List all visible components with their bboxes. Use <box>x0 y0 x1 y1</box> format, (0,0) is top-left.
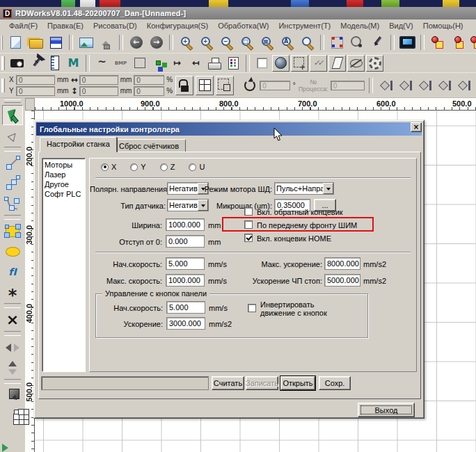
track-frame-icon[interactable] <box>348 33 367 51</box>
marquee-add-icon[interactable] <box>291 55 308 72</box>
point-tool-icon[interactable]: * <box>2 282 23 302</box>
mark-point-a-icon[interactable] <box>428 33 447 51</box>
size-width-icon[interactable] <box>418 78 434 93</box>
redo-forward-icon[interactable]: → <box>147 33 166 51</box>
height-field[interactable]: 0 <box>79 86 118 96</box>
node-edit-icon[interactable] <box>150 55 167 72</box>
category-list-item[interactable]: Моторы <box>45 160 85 170</box>
write-button[interactable]: Записать <box>246 376 278 390</box>
layer-list-icon[interactable] <box>225 55 242 72</box>
menu-item[interactable]: Файл(F) <box>4 20 42 31</box>
text-tool-icon[interactable]: fI <box>2 261 23 282</box>
menu-item[interactable]: Вид(V) <box>384 20 418 31</box>
dimension-h-icon[interactable]: ↦ <box>168 55 186 72</box>
menu-item[interactable]: Помощь(H) <box>418 20 468 31</box>
open-file-icon[interactable] <box>26 33 45 51</box>
scale-x-field[interactable]: 0 <box>134 75 164 85</box>
zoom-in-icon[interactable]: + <box>197 33 216 51</box>
output-printer-icon[interactable] <box>206 55 223 72</box>
save-icon[interactable] <box>47 33 65 51</box>
export-icon[interactable] <box>97 33 116 51</box>
polyline-tool-icon[interactable] <box>2 173 23 193</box>
pen-plus-icon[interactable] <box>27 55 45 72</box>
tab-reset-counters[interactable]: Сброс счётчиков <box>112 139 186 152</box>
offset-field[interactable]: 0.000 <box>166 235 205 248</box>
toolbar-grip-handle[interactable] <box>1 79 5 92</box>
dialog-titlebar[interactable]: Глобальные настройки контроллера <box>36 122 422 136</box>
preview-monitor-icon[interactable] <box>398 33 417 51</box>
knife-cut-icon[interactable] <box>328 55 346 72</box>
lock-ratio-button[interactable] <box>175 76 193 95</box>
new-file-icon[interactable] <box>6 33 25 51</box>
process-number-field[interactable]: 0 <box>331 81 365 90</box>
hide-preview-icon[interactable] <box>347 55 365 72</box>
zoom-out-icon[interactable]: − <box>217 33 236 51</box>
zoom-page-icon[interactable]: □ <box>237 33 256 51</box>
axis-radio-option[interactable]: X <box>101 163 116 171</box>
axis-radio-option[interactable]: Z <box>160 163 175 171</box>
dialog-close-button[interactable]: × <box>411 122 422 132</box>
skew-h-icon[interactable] <box>379 78 395 93</box>
machine-device-icon[interactable] <box>8 55 26 72</box>
curve-icon[interactable]: ~ <box>93 55 111 72</box>
ellipse-tool-icon[interactable] <box>2 241 23 261</box>
start-speed-field[interactable]: 5.000 <box>166 257 205 270</box>
axis-radio-option[interactable]: Y <box>130 163 145 171</box>
size-height-icon[interactable] <box>438 78 453 93</box>
blank-square-icon[interactable] <box>253 55 271 72</box>
ruler-icon[interactable] <box>46 55 63 72</box>
select-tool-icon[interactable] <box>2 105 23 125</box>
reverse-limit-checkbox[interactable] <box>244 207 253 216</box>
category-list-item[interactable]: Лазер <box>45 170 85 179</box>
tab-machine-settings[interactable]: Настройки станка <box>40 137 117 152</box>
paste-position-button[interactable] <box>216 76 234 95</box>
zoom-all-icon[interactable]: ▦ <box>257 33 276 51</box>
line-tool-icon[interactable] <box>2 153 23 173</box>
panel-accel-field[interactable]: 3000.000 <box>166 317 205 330</box>
y-position-field[interactable]: 0 <box>16 86 55 96</box>
material-library-icon[interactable]: M <box>65 55 82 72</box>
scale-y-field[interactable]: 0 <box>134 86 164 96</box>
mark-point-c-icon[interactable] <box>468 33 476 51</box>
open-button[interactable]: Открыть <box>280 376 315 390</box>
home-limit-checkbox[interactable] <box>244 234 253 242</box>
read-button[interactable]: Считать <box>212 376 244 390</box>
motor-mode-select[interactable]: Пульс+Направ <box>274 182 334 195</box>
select-frame-icon[interactable] <box>328 33 347 51</box>
rect-outline-icon[interactable] <box>131 55 148 72</box>
size-both-icon[interactable] <box>457 78 473 93</box>
verify-check-icon[interactable]: ✓✓ <box>310 55 327 72</box>
category-list-item[interactable]: Софт PLC <box>45 189 85 199</box>
bezier-tool-icon[interactable] <box>2 193 23 213</box>
width-field[interactable]: 0 <box>79 75 118 85</box>
x-position-field[interactable]: 0 <box>16 75 55 85</box>
menu-item[interactable]: Рисовать(D) <box>88 20 142 31</box>
dimension-v-icon[interactable]: ↤ <box>187 55 205 72</box>
menu-item[interactable]: Модель(M) <box>335 20 384 31</box>
menu-item[interactable]: Правка(E) <box>42 20 88 31</box>
zoom-view-icon[interactable] <box>298 33 317 51</box>
panel-start-speed-field[interactable]: 5.000 <box>166 301 205 314</box>
rotate-icon[interactable] <box>242 78 257 93</box>
node-edit-tool-icon[interactable]: ▷ <box>2 125 23 145</box>
pen-tool-icon[interactable] <box>368 33 387 51</box>
bmp-icon[interactable]: BMP <box>112 55 129 72</box>
menu-item[interactable]: Конфигурация(S) <box>142 20 213 31</box>
rect-tool-icon[interactable] <box>2 221 23 241</box>
mark-point-b-icon[interactable] <box>448 33 467 51</box>
mirror-h-tool-icon[interactable] <box>2 337 23 357</box>
undo-back-icon[interactable]: ← <box>127 33 145 51</box>
menu-item[interactable]: Обработка(W) <box>213 20 273 31</box>
max-speed-field[interactable]: 1000.000 <box>166 274 205 286</box>
zoom-select-icon[interactable]: A <box>278 33 296 51</box>
width-field[interactable]: 1000.000 <box>166 218 205 231</box>
grid-window-button[interactable] <box>196 76 214 95</box>
toolbar-grip-handle[interactable] <box>1 56 5 70</box>
category-list-item[interactable]: Другое <box>45 179 85 189</box>
menu-item[interactable]: Инструмент(T) <box>273 20 335 31</box>
mirror-v-tool-icon[interactable] <box>2 357 23 378</box>
toolbar-grip-handle[interactable] <box>4 99 21 103</box>
array-copy-tool-icon[interactable] <box>2 405 23 426</box>
rotation-angle-field[interactable]: 0 <box>260 81 289 90</box>
skew-v-icon[interactable] <box>399 78 414 93</box>
